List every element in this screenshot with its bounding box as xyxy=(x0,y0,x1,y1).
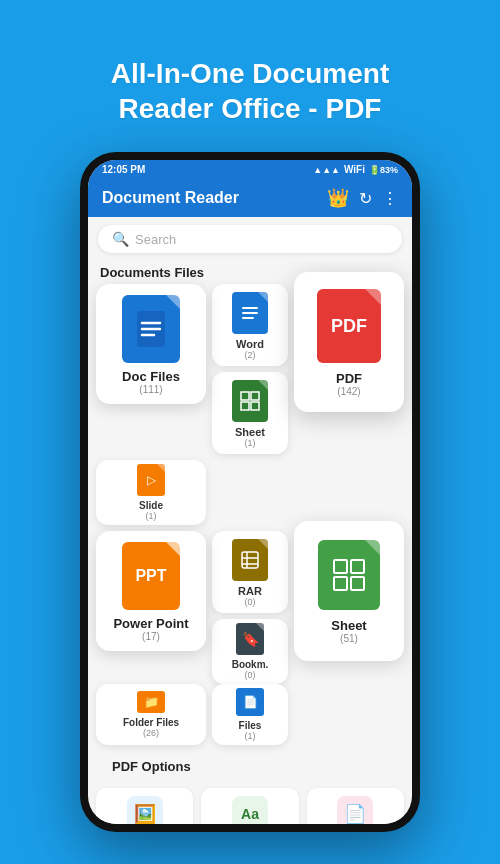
svg-rect-18 xyxy=(351,577,364,590)
doc-files-icon xyxy=(122,295,180,363)
sheet-card-2[interactable]: Sheet (51) xyxy=(294,521,404,661)
app-bar-title: Document Reader xyxy=(102,189,239,207)
powerpoint-card[interactable]: PPT Power Point (17) xyxy=(96,531,206,651)
folder-card[interactable]: 📁 Folder Files (26) xyxy=(96,684,206,745)
slide-card[interactable]: ▷ Slide (1) xyxy=(96,460,206,525)
status-icons: ▲▲▲ WiFi 🔋83% xyxy=(313,164,398,175)
battery-icon: 🔋83% xyxy=(369,165,398,175)
crown-icon[interactable]: 👑 xyxy=(327,187,349,209)
sheet-card-1[interactable]: Sheet (1) xyxy=(212,372,288,454)
search-icon: 🔍 xyxy=(112,231,129,247)
folder-icon: 📁 xyxy=(137,691,165,713)
app-title: All-In-One DocumentReader Office - PDF xyxy=(30,28,470,146)
phone-screen: 12:05 PM ▲▲▲ WiFi 🔋83% Document Reader 👑… xyxy=(88,160,412,824)
phone-frame: 12:05 PM ▲▲▲ WiFi 🔋83% Document Reader 👑… xyxy=(80,152,420,832)
sheet-label-2: Sheet xyxy=(331,618,366,633)
status-time: 12:05 PM xyxy=(102,164,145,175)
wifi-icon: WiFi xyxy=(344,164,365,175)
pdf-options-grid: 🖼️ Image to Aa Text to 📄 PDF to xyxy=(88,782,412,824)
svg-rect-9 xyxy=(241,402,249,410)
files-label: Files xyxy=(239,720,262,731)
sheet-count-1: (1) xyxy=(245,438,256,448)
word-icon xyxy=(232,292,268,334)
sheet-icon-1 xyxy=(232,380,268,422)
word-card[interactable]: Word (2) xyxy=(212,284,288,366)
svg-rect-16 xyxy=(351,560,364,573)
svg-rect-11 xyxy=(242,552,258,568)
rar-card[interactable]: RAR (0) xyxy=(212,531,288,613)
text-to-option[interactable]: Aa Text to xyxy=(201,788,298,824)
sheet-label-1: Sheet xyxy=(235,426,265,438)
more-options-icon[interactable]: ⋮ xyxy=(382,189,398,208)
pdf-to-option[interactable]: 📄 PDF to xyxy=(307,788,404,824)
powerpoint-icon: PPT xyxy=(122,542,180,610)
bookmark-icon: 🔖 xyxy=(236,623,264,655)
bookmark-card[interactable]: 🔖 Bookm. (0) xyxy=(212,619,288,684)
search-bar[interactable]: 🔍 Search xyxy=(98,225,402,253)
sheet-count-2: (51) xyxy=(340,633,358,644)
files-count: (1) xyxy=(245,731,256,741)
app-bar-actions: 👑 ↻ ⋮ xyxy=(327,187,398,209)
search-placeholder: Search xyxy=(135,232,176,247)
pdf-to-icon: 📄 xyxy=(337,796,373,824)
slide-count: (1) xyxy=(146,511,157,521)
pdf-options-title: PDF Options xyxy=(100,755,400,778)
image-to-pdf-option[interactable]: 🖼️ Image to xyxy=(96,788,193,824)
doc-files-card[interactable]: Doc Files (111) xyxy=(96,284,206,404)
pdf-icon: PDF xyxy=(317,289,381,363)
pdf-label: PDF xyxy=(336,371,362,386)
signal-icon: ▲▲▲ xyxy=(313,165,340,175)
files-card[interactable]: 📄 Files (1) xyxy=(212,684,288,745)
folder-label: Folder Files xyxy=(123,717,179,728)
files-icon: 📄 xyxy=(236,688,264,716)
scroll-area[interactable]: Documents Files xyxy=(88,261,412,824)
pdf-card[interactable]: PDF PDF (142) xyxy=(294,272,404,412)
text-icon: Aa xyxy=(232,796,268,824)
image-icon: 🖼️ xyxy=(127,796,163,824)
pdf-options-section: PDF Options xyxy=(88,751,412,782)
app-header: All-In-One DocumentReader Office - PDF xyxy=(0,0,500,162)
svg-rect-17 xyxy=(334,577,347,590)
folder-count: (26) xyxy=(143,728,159,738)
svg-rect-7 xyxy=(241,392,249,400)
refresh-icon[interactable]: ↻ xyxy=(359,189,372,208)
rar-count: (0) xyxy=(245,597,256,607)
bookmark-label: Bookm. xyxy=(232,659,269,670)
app-bar: Document Reader 👑 ↻ ⋮ xyxy=(88,179,412,217)
rar-label: RAR xyxy=(238,585,262,597)
powerpoint-label: Power Point xyxy=(113,616,188,631)
word-count: (2) xyxy=(245,350,256,360)
sheet-icon-2 xyxy=(318,540,380,610)
rar-icon xyxy=(232,539,268,581)
powerpoint-count: (17) xyxy=(142,631,160,642)
slide-label: Slide xyxy=(139,500,163,511)
bookmark-count: (0) xyxy=(245,670,256,680)
doc-files-label: Doc Files xyxy=(122,369,180,384)
status-bar: 12:05 PM ▲▲▲ WiFi 🔋83% xyxy=(88,160,412,179)
svg-rect-15 xyxy=(334,560,347,573)
svg-rect-10 xyxy=(251,402,259,410)
svg-rect-8 xyxy=(251,392,259,400)
word-label: Word xyxy=(236,338,264,350)
doc-files-count: (111) xyxy=(139,384,162,395)
pdf-count: (142) xyxy=(337,386,360,397)
slide-icon: ▷ xyxy=(137,464,165,496)
